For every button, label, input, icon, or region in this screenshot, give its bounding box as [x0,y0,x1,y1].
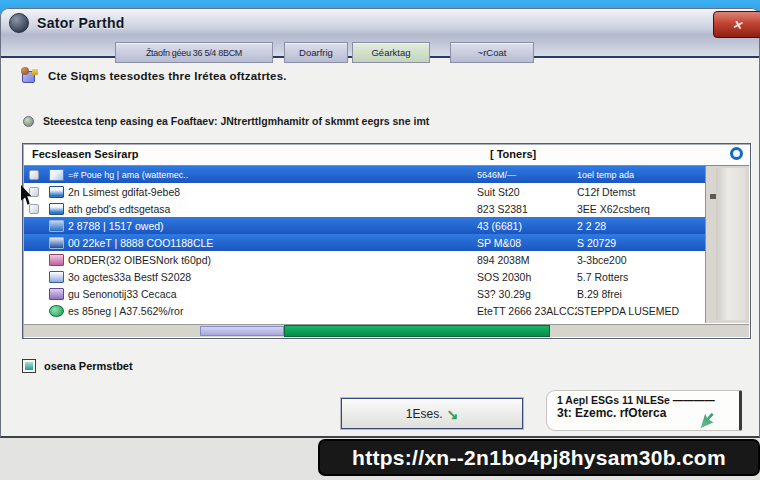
row-value-1: 823 S2381 [477,203,577,215]
table-row[interactable]: gu Senonotij33 Cecaca S3? 30.29g B.29 8f… [24,285,705,302]
globe-icon [49,305,64,317]
row-value-1: EteTT 2666 23ALCC20 [477,305,577,317]
close-icon: × [731,16,745,34]
document-icon [49,203,64,215]
title-bar: Sator Parthd × Žtaofn géeu 36 5/4 8BCM D… [1,9,759,58]
row-name: ORDER(32 OIBESNork t60pd) [68,254,477,266]
description-text-1: Cte Siqms teesodtes thre Irétea oftzatrt… [48,70,287,82]
row-value-1: 894 2038M [477,254,577,266]
dialog-window: Sator Parthd × Žtaofn géeu 36 5/4 8BCM D… [0,8,760,438]
row-value-2: S 20729 [577,237,705,249]
toolbar-tab-1[interactable]: Žtaofn géeu 36 5/4 8BCM [115,42,273,63]
row-name: =# Poue hg | ama (wattemec.. [68,170,477,180]
chart-icon [49,271,64,283]
toolbar-tab-2[interactable]: Doarfrig [284,42,348,63]
drive-icon [49,237,64,249]
row-value-1: S3? 30.29g [477,288,577,300]
clock-mini-icon [29,170,39,180]
secondary-action-button[interactable]: 1 Aepl ESGs 11 NLESe ———— 3t: Ezemc. rfO… [546,390,742,431]
watermark-url: https://xn--2n1bo4pj8hysam30b.com [318,439,760,476]
description-line-1: Cte Siqms teesodtes thre Irétea oftzatrt… [21,67,287,84]
progress-segment [284,325,550,337]
row-name: 00 22keT | 8888 COO1188CLE [68,237,477,249]
row-name: ath gebd's edtsgetasa [68,203,477,215]
description-text-2: Steeestca tenp easing ea Foaftaev: JNtre… [43,115,429,127]
table-row[interactable]: 00 22keT | 8888 COO1188CLE SP M&08 S 207… [24,234,705,251]
row-name: es 85neg | A37.562%/ror [68,305,477,317]
row-value-2: STEPPDA LUSEMED [577,305,705,317]
horizontal-scrollbar[interactable] [24,324,749,337]
checkbox[interactable] [22,359,36,373]
row-value-2: 1oel temp ada [577,170,705,180]
document-icon [49,186,64,198]
close-button[interactable]: × [713,11,760,38]
row-name: gu Senonotij33 Cecaca [68,288,477,300]
checkbox-label: osena Permstbet [44,360,133,372]
row-name: 2 8788 | 1517 owed) [68,220,477,232]
grid-mini-icon [29,204,39,214]
app-orb-icon [9,13,29,33]
options-checkbox-row[interactable]: osena Permstbet [22,359,133,373]
row-value-1: 5646M/— [477,170,577,180]
table-row[interactable]: 2n Lsimest gdifat-9ebe8 Suit St20 C12f D… [24,183,705,200]
table-row[interactable]: =# Poue hg | ama (wattemec.. 5646M/— 1oe… [24,166,705,183]
description-line-2: Steeestca tenp easing ea Foaftaev: JNtre… [23,115,429,127]
row-value-2: C12f Dtemst [577,186,705,198]
row-value-2: 3-3bce200 [577,254,705,266]
page-mini-icon [29,187,39,197]
table-row[interactable]: ath gebd's edtsgetasa 823 S2381 3EE X62c… [24,200,705,217]
table-row[interactable]: 2 8788 | 1517 owed) 43 (6681) 2 2 28 [24,217,705,234]
primary-action-button[interactable]: 1Eses. ↘ [341,398,523,429]
disk-icon [49,220,64,232]
page-mini-icon [49,169,64,181]
toolbar-tab-4[interactable]: ~rCoat [450,42,534,63]
row-value-2: 2 2 28 [577,220,705,232]
drive-icon [49,288,64,300]
cube-package-icon [21,67,38,84]
primary-action-label: 1Eses. [406,407,443,421]
table-row[interactable]: ORDER(32 OIBESNork t60pd) 894 2038M 3-3b… [24,251,705,268]
scrollbar-thumb[interactable] [200,326,284,336]
toolbar-tab-3[interactable]: Géarktag [352,42,430,63]
table-row[interactable]: es 85neg | A37.562%/ror EteTT 2666 23ALC… [24,302,705,319]
list-rows: =# Poue hg | ama (wattemec.. 5646M/— 1oe… [24,166,705,323]
vertical-scrollbar[interactable] [705,166,749,323]
row-value-2: 3EE X62csberq [577,203,705,215]
checkbox-mark-icon [25,362,33,370]
row-name: 3o agctes33a Bestf S2028 [68,271,477,283]
file-list: Fecsleasen Sesirarp [ Toners] =# Poue hg… [22,143,751,339]
list-header: Fecsleasen Sesirarp [ Toners] [24,145,749,166]
row-value-2: 5.7 Rotters [577,271,705,283]
ring-icon [730,147,743,160]
row-value-1: SP M&08 [477,237,577,249]
secondary-action-line1: 1 Aepl ESGs 11 NLESe ———— [557,394,731,406]
row-value-2: B.29 8frei [577,288,705,300]
column-header-tones[interactable]: [ Toners] [490,148,536,160]
row-value-1: SOS 2030h [477,271,577,283]
table-row[interactable]: 3o agctes33a Bestf S2028 SOS 2030h 5.7 R… [24,268,705,285]
down-arrow-icon: ↘ [446,406,458,422]
status-dot-icon [23,116,34,127]
row-value-1: 43 (6681) [477,220,577,232]
column-header-name[interactable]: Fecsleasen Sesirarp [32,148,138,160]
folder-icon [49,254,64,266]
row-name: 2n Lsimest gdifat-9ebe8 [68,186,477,198]
row-value-1: Suit St20 [477,186,577,198]
window-title: Sator Parthd [37,15,125,31]
